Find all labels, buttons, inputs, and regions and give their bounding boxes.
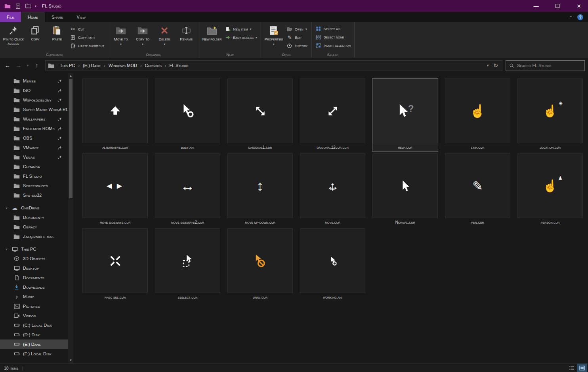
file-item[interactable]: ↕move up-down.cur <box>227 153 293 227</box>
file-thumbnail[interactable] <box>155 79 220 143</box>
properties-button[interactable]: Properties ▾ <box>263 23 284 48</box>
file-item[interactable]: ↔↕move.cur <box>300 153 366 227</box>
sidebar-item-this-pc[interactable]: ∨This PC <box>0 244 68 254</box>
close-button[interactable]: ✕ <box>570 0 588 12</box>
file-item[interactable]: ?help.cur <box>372 78 438 152</box>
file-thumbnail[interactable]: ✎ <box>445 153 510 218</box>
sidebar-item-obrazy[interactable]: Obrazy <box>0 222 68 232</box>
file-item[interactable]: ☝◈location.cur <box>517 78 583 152</box>
sidebar-item-wallpapers[interactable]: Wallpapers <box>0 114 68 124</box>
sidebar-item-memes[interactable]: Memes <box>0 76 68 86</box>
tab-view[interactable]: View <box>70 12 92 22</box>
file-thumbnail[interactable] <box>155 228 220 293</box>
qat-properties-icon[interactable] <box>14 3 21 9</box>
chevron-down-icon[interactable]: ∨ <box>5 206 8 210</box>
new-folder-button[interactable]: New folder <box>201 23 223 48</box>
file-item[interactable]: working.ani <box>300 228 366 302</box>
file-item[interactable]: ✎pen.cur <box>445 153 511 227</box>
file-item[interactable]: alternative.cur <box>82 78 148 152</box>
sidebar-item-f-local-disk[interactable]: (F:) Local Disk <box>0 349 68 359</box>
file-thumbnail[interactable] <box>82 228 148 293</box>
file-item[interactable]: busy.ani <box>155 78 221 152</box>
sidebar-item-emulator-roms[interactable]: Emulator ROMs <box>0 124 68 133</box>
file-thumbnail[interactable]: ↕ <box>227 153 293 218</box>
file-thumbnail[interactable]: ↔↕ <box>300 153 365 218</box>
file-thumbnail[interactable]: ☝ <box>445 79 510 143</box>
recent-locations-chevron-icon[interactable]: ▾ <box>25 60 31 71</box>
sidebar-item-onedrive[interactable]: ∨☁OneDrive <box>0 203 68 213</box>
rename-button[interactable]: Rename <box>176 23 197 48</box>
file-thumbnail[interactable] <box>372 153 438 218</box>
large-icons-view-button[interactable] <box>577 364 587 372</box>
breadcrumb-item[interactable]: Cursors <box>142 61 164 71</box>
scrollbar-thumb[interactable] <box>69 79 73 198</box>
easy-access-button[interactable]: Easy access ▾ <box>223 33 259 41</box>
qat-new-folder-icon[interactable] <box>25 3 32 9</box>
copy-to-button[interactable]: Copy to ▾ <box>132 23 153 48</box>
tab-home[interactable]: Home <box>21 12 45 22</box>
sidebar-item-iso[interactable]: ISO <box>0 86 68 95</box>
sidebar-item-desktop[interactable]: Desktop <box>0 263 68 273</box>
sidebar-item-super-mario-world-ro[interactable]: Super Mario World RO <box>0 105 68 114</box>
file-thumbnail[interactable] <box>82 79 148 143</box>
sidebar-item-za-czniki-e-mail[interactable]: Załączniki e-mail <box>0 232 68 241</box>
sidebar-item-screenshots[interactable]: Screenshots <box>0 181 68 190</box>
sidebar-item-d-disk[interactable]: (D:) Disk <box>0 330 68 339</box>
search-input[interactable] <box>517 63 581 68</box>
file-thumbnail[interactable] <box>300 79 365 143</box>
history-button[interactable]: History <box>285 42 309 50</box>
breadcrumb-item[interactable]: FL Studio <box>166 61 191 71</box>
sidebar-item-downloads[interactable]: Downloads <box>0 282 68 292</box>
file-list-area[interactable]: alternative.curbusy.anidaigonal1.curdaig… <box>73 73 588 363</box>
file-item[interactable]: ☝♟person.cur <box>517 153 583 227</box>
qat-customize-chevron-icon[interactable]: ▾ <box>35 4 36 8</box>
scroll-down-icon[interactable]: ▼ <box>68 358 73 363</box>
open-button[interactable]: Open ▾ <box>285 25 309 33</box>
help-icon[interactable]: ? <box>577 14 583 20</box>
forward-button[interactable]: → <box>13 60 24 71</box>
up-button[interactable]: ↑ <box>32 60 42 71</box>
file-item[interactable]: Normal.cur <box>372 153 438 227</box>
sidebar-item-music[interactable]: ♪Music <box>0 292 68 301</box>
maximize-button[interactable] <box>548 0 567 12</box>
copy-button[interactable]: Copy <box>25 23 46 48</box>
sidebar-item-chitanda[interactable]: Chitanda <box>0 162 68 171</box>
chevron-down-icon[interactable]: ∨ <box>5 247 8 251</box>
file-item[interactable]: daigonal1.cur <box>227 78 293 152</box>
cut-button[interactable]: ✂ Cut <box>68 25 106 33</box>
sidebar-item-documents[interactable]: Documents <box>0 273 68 282</box>
file-thumbnail[interactable] <box>227 228 293 293</box>
address-bar[interactable]: This PC›(E:) Dane›Windows MOD›Cursors›FL… <box>45 60 502 71</box>
file-item[interactable]: ☝link.cur <box>445 78 511 152</box>
file-thumbnail[interactable]: ☝♟ <box>517 153 583 218</box>
back-button[interactable]: ← <box>2 60 13 71</box>
breadcrumb-item[interactable]: This PC <box>57 61 78 71</box>
sidebar-item-system32[interactable]: System32 <box>0 190 68 200</box>
file-thumbnail[interactable]: ☝◈ <box>517 79 583 143</box>
delete-button[interactable]: Delete ▾ <box>154 23 175 48</box>
sidebar-item-e-dane[interactable]: (E:) Dane <box>0 339 68 349</box>
copy-path-button[interactable]: Copy path <box>68 33 106 41</box>
invert-selection-button[interactable]: Invert selection <box>314 41 353 49</box>
paste-shortcut-button[interactable]: Paste shortcut <box>68 42 106 50</box>
minimize-ribbon-icon[interactable]: ⌃ <box>569 15 573 19</box>
minimize-button[interactable]: — <box>527 0 545 12</box>
move-to-button[interactable]: Move to ▾ <box>110 23 132 48</box>
file-item[interactable]: prec sel.cur <box>82 228 148 302</box>
breadcrumb-item[interactable]: Windows MOD <box>106 61 140 71</box>
sidebar-item-dokumenty[interactable]: Dokumenty <box>0 213 68 222</box>
file-thumbnail[interactable]: ↔ <box>155 153 220 218</box>
sidebar-item-3d-objects[interactable]: 3D Objects <box>0 254 68 263</box>
refresh-icon[interactable]: ↻ <box>493 62 498 69</box>
file-item[interactable]: ◄►move sideways.cur <box>82 153 148 227</box>
edit-button[interactable]: ✎ Edit <box>285 33 309 41</box>
paste-button[interactable]: Paste <box>46 23 68 48</box>
search-box[interactable] <box>506 60 585 71</box>
file-item[interactable]: unav.cur <box>227 228 293 302</box>
file-thumbnail[interactable]: ? <box>372 79 438 143</box>
file-thumbnail[interactable] <box>227 79 293 143</box>
tab-file[interactable]: File <box>0 12 21 22</box>
new-item-button[interactable]: New item ▾ <box>223 25 259 33</box>
address-dropdown-icon[interactable]: ▾ <box>487 63 489 67</box>
sidebar-item-videos[interactable]: Videos <box>0 311 68 320</box>
